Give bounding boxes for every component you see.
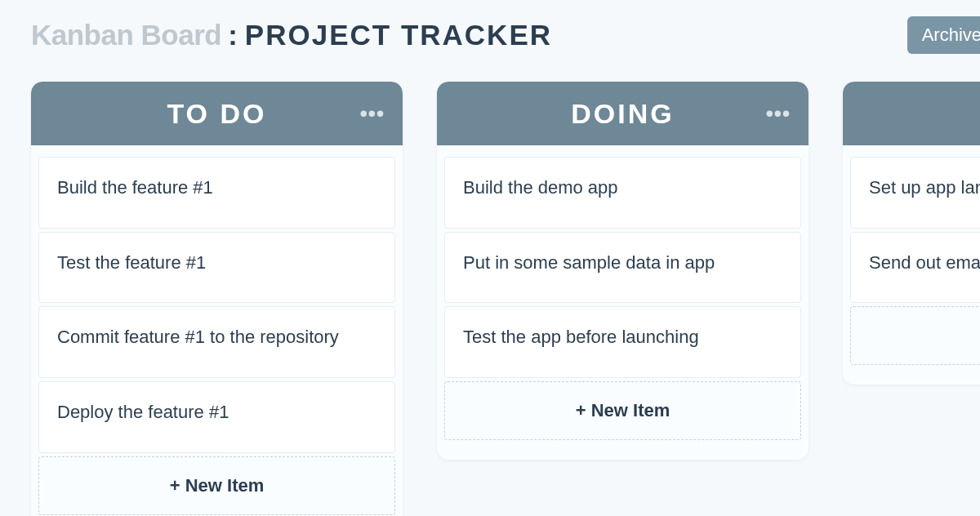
column-header-done: DONE ••• <box>843 82 980 145</box>
card[interactable]: Build the feature #1 <box>38 157 395 229</box>
card[interactable]: Set up app landing page <box>850 157 980 229</box>
column-doing: DOING ••• Build the demo app Put in some… <box>437 82 808 460</box>
title-prefix: Kanban Board <box>31 19 221 51</box>
column-body: Build the feature #1 Test the feature #1… <box>31 145 403 516</box>
new-item-button[interactable]: + New Item <box>444 381 801 440</box>
board-columns: TO DO ••• Build the feature #1 Test the … <box>31 82 980 516</box>
card[interactable]: Send out email invites to subscribers <box>850 232 980 304</box>
column-todo: TO DO ••• Build the feature #1 Test the … <box>31 82 403 516</box>
card[interactable]: Put in some sample data in app <box>444 232 801 304</box>
column-done: DONE ••• Set up app landing page Send ou… <box>843 82 980 385</box>
new-item-button[interactable]: + New Item <box>38 456 395 515</box>
card[interactable]: Deploy the feature #1 <box>38 381 395 453</box>
column-body: Build the demo app Put in some sample da… <box>437 145 808 460</box>
column-header-todo: TO DO ••• <box>31 82 403 145</box>
card[interactable]: Build the demo app <box>444 157 801 229</box>
archive-button[interactable]: Archive <box>907 16 980 54</box>
new-item-button[interactable]: + New Item <box>850 306 980 365</box>
title-separator: : <box>228 19 238 51</box>
project-name: PROJECT TRACKER <box>245 19 552 51</box>
card[interactable]: Test the feature #1 <box>38 232 395 304</box>
column-title: DOING <box>571 98 674 130</box>
ellipsis-icon[interactable]: ••• <box>360 103 385 124</box>
column-title: TO DO <box>167 98 266 130</box>
column-body: Set up app landing page Send out email i… <box>843 145 980 385</box>
card[interactable]: Commit feature #1 to the repository <box>38 306 395 378</box>
header-row: Kanban Board : PROJECT TRACKER Archive <box>31 16 980 54</box>
card[interactable]: Test the app before launching <box>444 306 801 378</box>
kanban-page: Kanban Board : PROJECT TRACKER Archive T… <box>0 0 980 516</box>
column-header-doing: DOING ••• <box>437 82 808 145</box>
board-title: Kanban Board : PROJECT TRACKER <box>31 19 552 51</box>
ellipsis-icon[interactable]: ••• <box>766 103 791 124</box>
